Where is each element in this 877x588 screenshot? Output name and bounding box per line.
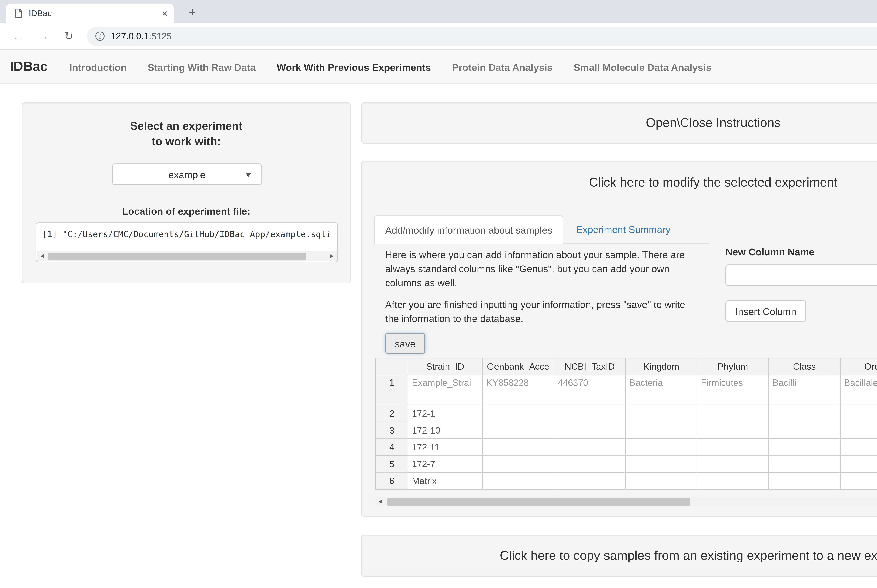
insert-column-button[interactable]: Insert Column: [725, 300, 806, 322]
table-cell[interactable]: 172-10: [408, 422, 482, 439]
table-cell[interactable]: [482, 422, 554, 439]
copy-samples-toggle-panel[interactable]: Click here to copy samples from an exist…: [361, 534, 877, 577]
column-header[interactable]: Genbank_Acce: [482, 358, 554, 375]
table-cell[interactable]: [840, 456, 877, 472]
tab-add-modify-info[interactable]: Add/modify information about samples: [374, 215, 563, 244]
table-cell[interactable]: [840, 472, 877, 489]
nav-item-starting-with-raw-data[interactable]: Starting With Raw Data: [137, 50, 266, 84]
table-cell[interactable]: [554, 456, 625, 472]
new-tab-button[interactable]: +: [184, 4, 201, 21]
table-cell[interactable]: Bacteria: [625, 375, 697, 405]
column-header[interactable]: NCBI_TaxID: [554, 358, 625, 375]
file-path-hscrollbar[interactable]: ◀ ▶: [37, 251, 337, 261]
table-cell[interactable]: [482, 405, 554, 422]
tab-close-icon[interactable]: ×: [162, 8, 168, 19]
table-cell[interactable]: [625, 422, 697, 439]
nav-item-protein-data-analysis[interactable]: Protein Data Analysis: [442, 50, 563, 84]
address-bar[interactable]: i 127.0.0.1:5125: [87, 26, 877, 46]
instructions-toggle-title[interactable]: Open\Close Instructions: [646, 116, 781, 130]
table-cell[interactable]: [625, 405, 697, 422]
row-number[interactable]: 5: [376, 456, 408, 472]
table-cell[interactable]: [554, 472, 625, 489]
table-cell[interactable]: [554, 422, 625, 439]
table-cell[interactable]: KY858228: [482, 375, 554, 405]
table-cell[interactable]: Example_Strai: [408, 375, 482, 405]
table-cell[interactable]: Firmicutes: [697, 375, 769, 405]
column-header[interactable]: Order: [840, 358, 877, 375]
table-cell[interactable]: [697, 422, 769, 439]
table-cell[interactable]: [697, 456, 769, 472]
table-cell[interactable]: [554, 439, 625, 456]
app-navbar: IDBac IntroductionStarting With Raw Data…: [0, 50, 877, 84]
table-cell[interactable]: [625, 439, 697, 456]
row-number[interactable]: 4: [376, 439, 408, 456]
table-cell[interactable]: [697, 472, 769, 489]
column-header[interactable]: Strain_ID: [408, 358, 482, 375]
instructions-toggle-panel[interactable]: Open\Close Instructions: [361, 102, 877, 144]
row-number[interactable]: 3: [376, 422, 408, 439]
table-cell[interactable]: [840, 422, 877, 439]
sample-info-tabs: Add/modify information about samples Exp…: [374, 215, 709, 244]
scroll-right-icon[interactable]: ▶: [327, 251, 337, 261]
table-hscrollbar[interactable]: ◀ ▶: [375, 496, 877, 507]
table-cell[interactable]: 172-11: [408, 439, 482, 456]
table-cell[interactable]: [840, 405, 877, 422]
table-cell[interactable]: [840, 439, 877, 456]
scroll-left-icon[interactable]: ◀: [37, 251, 47, 261]
table-cell[interactable]: 172-7: [408, 456, 482, 472]
tab-experiment-summary[interactable]: Experiment Summary: [563, 215, 683, 243]
column-header[interactable]: Phylum: [697, 358, 769, 375]
table-cell[interactable]: [625, 472, 697, 489]
save-button[interactable]: save: [385, 333, 425, 354]
table-cell[interactable]: [482, 456, 554, 472]
table-cell[interactable]: [482, 439, 554, 456]
table-cell[interactable]: [769, 456, 840, 472]
column-header[interactable]: Kingdom: [625, 358, 697, 375]
file-path-output: [1] "C:/Users/CMC/Documents/GitHub/IDBac…: [36, 222, 338, 262]
table-cell[interactable]: [625, 456, 697, 472]
tab-favicon-icon: [14, 8, 23, 18]
table-cell[interactable]: Matrix: [408, 472, 482, 489]
browser-tab[interactable]: IDBac ×: [6, 3, 174, 23]
table-cell[interactable]: 172-1: [408, 405, 482, 422]
browser-window: IDBac × + ─ □ × ← → ↻ i 127.0.0.1:5125 ☆…: [0, 0, 877, 588]
table-cell[interactable]: [769, 439, 840, 456]
url-host: 127.0.0.1: [111, 31, 149, 41]
hscroll-thumb[interactable]: [48, 252, 306, 260]
copy-samples-title[interactable]: Click here to copy samples from an exist…: [500, 548, 877, 563]
nav-item-work-with-previous-experiments[interactable]: Work With Previous Experiments: [266, 50, 442, 84]
table-row: 3172-10Paenibacillus: [376, 422, 877, 439]
table-cell[interactable]: [697, 439, 769, 456]
browser-titlebar: IDBac × + ─ □ ×: [0, 0, 877, 23]
table-cell[interactable]: Bacilli: [769, 375, 840, 405]
modify-panel-title[interactable]: Click here to modify the selected experi…: [362, 176, 877, 190]
file-path-text: [1] "C:/Users/CMC/Documents/GitHub/IDBac…: [36, 223, 338, 239]
table-hscroll-thumb[interactable]: [387, 498, 690, 506]
table-cell[interactable]: [769, 405, 840, 422]
row-number[interactable]: 2: [376, 405, 408, 422]
table-row: 2172-1Rhodococcus: [376, 405, 877, 422]
column-header[interactable]: Class: [769, 358, 840, 375]
back-icon[interactable]: ←: [9, 27, 27, 45]
row-number[interactable]: 6: [376, 472, 408, 489]
table-cell[interactable]: [769, 472, 840, 489]
reload-icon[interactable]: ↻: [60, 27, 78, 45]
table-cell[interactable]: [769, 422, 840, 439]
file-location-label: Location of experiment file:: [23, 206, 350, 217]
experiment-dropdown[interactable]: example: [112, 164, 262, 185]
forward-icon[interactable]: →: [35, 27, 53, 45]
new-column-input[interactable]: [725, 264, 877, 286]
scroll-left-icon[interactable]: ◀: [375, 496, 385, 507]
table-cell[interactable]: Bacillales: [840, 375, 877, 405]
table-cell[interactable]: [697, 405, 769, 422]
main-content: Select an experiment to work with: examp…: [0, 84, 877, 588]
nav-item-introduction[interactable]: Introduction: [59, 50, 137, 84]
table-cell[interactable]: [482, 472, 554, 489]
row-number[interactable]: 1: [376, 375, 408, 405]
table-cell[interactable]: [554, 405, 625, 422]
site-info-icon[interactable]: i: [95, 32, 105, 40]
new-column-label: New Column Name: [725, 246, 814, 257]
nav-item-small-molecule-data-analysis[interactable]: Small Molecule Data Analysis: [563, 50, 722, 84]
nav-items: IntroductionStarting With Raw DataWork W…: [59, 50, 722, 84]
table-cell[interactable]: 446370: [554, 375, 625, 405]
